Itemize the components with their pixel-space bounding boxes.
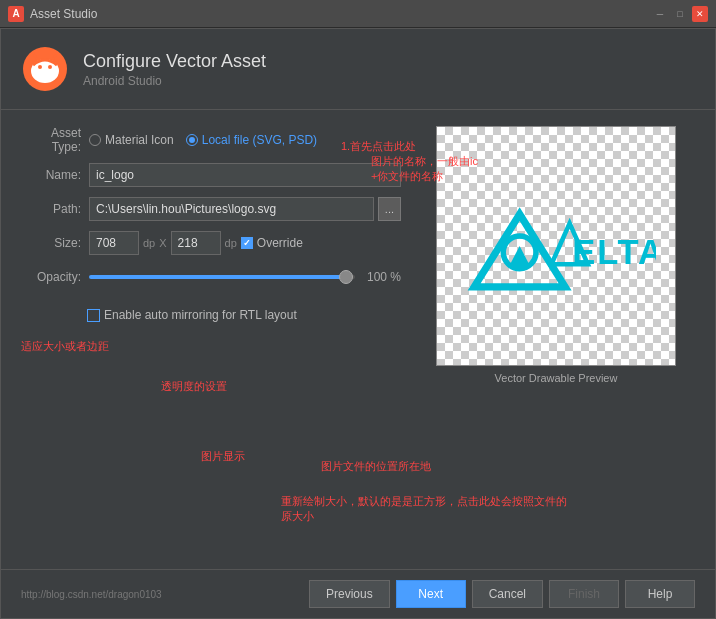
size-height-input[interactable] bbox=[171, 231, 221, 255]
override-checkbox[interactable]: ✓ bbox=[241, 237, 253, 249]
header-text: Configure Vector Asset Android Studio bbox=[83, 51, 266, 88]
footer-url: http://blog.csdn.net/dragon0103 bbox=[21, 589, 162, 600]
minimize-button[interactable]: ─ bbox=[652, 6, 668, 22]
material-icon-radio-label: Material Icon bbox=[105, 133, 174, 147]
title-bar: A Asset Studio ─ □ ✕ bbox=[0, 0, 716, 28]
previous-button[interactable]: Previous bbox=[309, 580, 390, 608]
opacity-slider-row: 100 % bbox=[89, 270, 401, 284]
opacity-slider[interactable] bbox=[89, 275, 355, 279]
dp-label-2: dp bbox=[225, 237, 237, 249]
size-inputs: dp X dp ✓ Override bbox=[89, 231, 303, 255]
local-file-radio-circle bbox=[186, 134, 198, 146]
size-width-input[interactable] bbox=[89, 231, 139, 255]
local-file-radio-label: Local file (SVG, PSD) bbox=[202, 133, 317, 147]
local-file-radio-dot bbox=[189, 137, 195, 143]
path-input[interactable] bbox=[89, 197, 374, 221]
android-logo-icon bbox=[21, 45, 69, 93]
asset-type-radio-group: Material Icon Local file (SVG, PSD) bbox=[89, 133, 317, 147]
svg-marker-8 bbox=[509, 246, 531, 267]
maximize-button[interactable]: □ bbox=[672, 6, 688, 22]
finish-button: Finish bbox=[549, 580, 619, 608]
path-label: Path: bbox=[21, 202, 81, 216]
rtl-label: Enable auto mirroring for RTL layout bbox=[104, 308, 297, 322]
local-file-radio[interactable]: Local file (SVG, PSD) bbox=[186, 133, 317, 147]
help-button[interactable]: Help bbox=[625, 580, 695, 608]
name-input[interactable] bbox=[89, 163, 401, 187]
form-section: Asset Type: Material Icon Local file (SV… bbox=[21, 126, 401, 553]
asset-type-label: Asset Type: bbox=[21, 126, 81, 154]
x-label: X bbox=[159, 237, 166, 249]
dialog: Configure Vector Asset Android Studio As… bbox=[0, 28, 716, 619]
rtl-checkbox[interactable] bbox=[87, 309, 100, 322]
dialog-body: Asset Type: Material Icon Local file (SV… bbox=[1, 110, 715, 569]
next-button[interactable]: Next bbox=[396, 580, 466, 608]
dialog-footer: http://blog.csdn.net/dragon0103 Previous… bbox=[1, 569, 715, 618]
material-icon-radio[interactable]: Material Icon bbox=[89, 133, 174, 147]
rtl-row: Enable auto mirroring for RTL layout bbox=[21, 302, 401, 328]
name-row: Name: bbox=[21, 162, 401, 188]
close-button[interactable]: ✕ bbox=[692, 6, 708, 22]
dialog-title: Configure Vector Asset bbox=[83, 51, 266, 72]
svg-point-4 bbox=[38, 65, 42, 69]
svg-point-5 bbox=[48, 65, 52, 69]
app-icon: A bbox=[8, 6, 24, 22]
size-label: Size: bbox=[21, 236, 81, 250]
opacity-slider-thumb bbox=[339, 270, 353, 284]
window-controls: ─ □ ✕ bbox=[652, 6, 708, 22]
browse-button[interactable]: ... bbox=[378, 197, 401, 221]
name-label: Name: bbox=[21, 168, 81, 182]
dialog-header: Configure Vector Asset Android Studio bbox=[1, 29, 715, 110]
dp-label-1: dp bbox=[143, 237, 155, 249]
material-icon-radio-circle bbox=[89, 134, 101, 146]
preview-section: ELTA Vector Drawable Preview bbox=[417, 126, 695, 553]
name-input-wrapper bbox=[89, 163, 401, 187]
asset-type-row: Asset Type: Material Icon Local file (SV… bbox=[21, 126, 401, 154]
opacity-label: Opacity: bbox=[21, 270, 81, 284]
override-checkbox-container[interactable]: ✓ Override bbox=[241, 236, 303, 250]
delta-logo-preview: ELTA bbox=[456, 186, 656, 306]
rtl-checkbox-container[interactable]: Enable auto mirroring for RTL layout bbox=[87, 308, 297, 322]
preview-label: Vector Drawable Preview bbox=[495, 372, 618, 384]
window-title: Asset Studio bbox=[30, 7, 97, 21]
opacity-value: 100 % bbox=[361, 270, 401, 284]
preview-canvas: ELTA bbox=[436, 126, 676, 366]
dialog-subtitle: Android Studio bbox=[83, 74, 266, 88]
override-check-mark: ✓ bbox=[243, 238, 251, 248]
path-row: Path: ... bbox=[21, 196, 401, 222]
path-input-row: ... bbox=[89, 197, 401, 221]
opacity-row: Opacity: 100 % bbox=[21, 264, 401, 290]
cancel-button[interactable]: Cancel bbox=[472, 580, 543, 608]
override-label: Override bbox=[257, 236, 303, 250]
size-row: Size: dp X dp ✓ Override bbox=[21, 230, 401, 256]
